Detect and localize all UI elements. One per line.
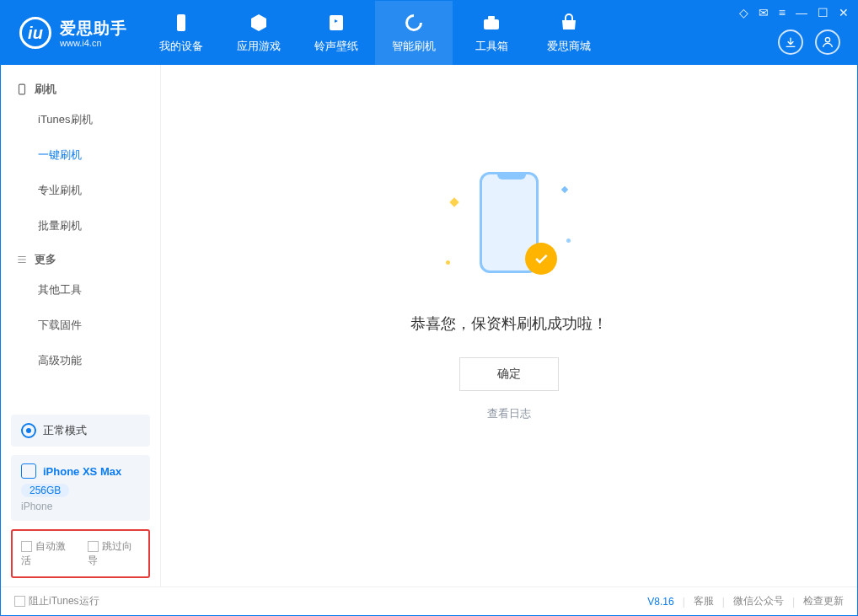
checkmark-icon — [525, 243, 557, 275]
sidebar-section-more: 更多 — [1, 244, 160, 272]
sidebar-item-other-tools[interactable]: 其他工具 — [1, 272, 160, 308]
svg-rect-1 — [330, 15, 343, 30]
main-content: 恭喜您，保资料刷机成功啦！ 确定 查看日志 — [161, 65, 857, 587]
nav-ringtones[interactable]: 铃声壁纸 — [298, 1, 375, 65]
wechat-link[interactable]: 微信公众号 — [733, 594, 784, 608]
menu-icon[interactable]: ≡ — [779, 6, 786, 19]
music-icon — [326, 12, 346, 34]
mode-label: 正常模式 — [43, 423, 87, 438]
phone-icon — [16, 83, 28, 95]
view-log-link[interactable]: 查看日志 — [410, 406, 608, 421]
nav-label: 工具箱 — [475, 39, 508, 54]
minimize-button[interactable]: — — [796, 6, 807, 19]
svg-rect-0 — [177, 14, 185, 31]
svg-rect-2 — [484, 19, 499, 29]
sidebar-item-advanced[interactable]: 高级功能 — [1, 343, 160, 378]
download-manager-button[interactable] — [778, 29, 803, 55]
nav-label: 智能刷机 — [392, 39, 436, 54]
mode-card[interactable]: 正常模式 — [11, 415, 150, 447]
maximize-button[interactable]: ☐ — [818, 6, 829, 19]
cube-icon — [249, 12, 269, 34]
checkbox-label: 阻止iTunes运行 — [29, 595, 99, 607]
version-label: V8.16 — [647, 596, 673, 608]
close-button[interactable]: ✕ — [839, 6, 849, 19]
nav-smart-flash[interactable]: 智能刷机 — [375, 1, 453, 65]
sidebar-item-itunes-flash[interactable]: iTunes刷机 — [1, 102, 160, 137]
skin-icon[interactable]: ◇ — [739, 6, 748, 19]
section-title: 刷机 — [35, 82, 56, 97]
device-icon — [21, 463, 36, 479]
svg-point-4 — [825, 38, 829, 42]
status-bar: 阻止iTunes运行 V8.16 | 客服 | 微信公众号 | 检查更新 — [1, 587, 857, 615]
app-url: www.i4.cn — [60, 38, 127, 48]
mode-icon — [21, 423, 36, 438]
window-controls: ◇ ✉ ≡ — ☐ ✕ — [739, 6, 849, 19]
svg-rect-5 — [19, 84, 25, 94]
app-header: iu 爱思助手 www.i4.cn 我的设备 应用游戏 铃声壁纸 智能刷机 — [1, 1, 857, 65]
storage-badge: 256GB — [21, 484, 69, 497]
auto-activate-checkbox[interactable]: 自动激活 — [21, 539, 74, 568]
nav-toolbox[interactable]: 工具箱 — [453, 1, 530, 65]
nav-label: 铃声壁纸 — [314, 39, 358, 54]
nav-label: 我的设备 — [159, 39, 203, 54]
support-link[interactable]: 客服 — [694, 594, 714, 608]
sidebar-item-pro-flash[interactable]: 专业刷机 — [1, 173, 160, 208]
app-logo: iu 爱思助手 www.i4.cn — [1, 17, 142, 49]
success-message: 恭喜您，保资料刷机成功啦！ — [410, 313, 608, 334]
ok-button[interactable]: 确定 — [459, 357, 559, 391]
device-name: iPhone XS Max — [43, 465, 121, 478]
device-card[interactable]: iPhone XS Max 256GB iPhone — [11, 455, 150, 521]
device-type: iPhone — [21, 501, 140, 512]
sidebar-item-oneclick-flash[interactable]: 一键刷机 — [1, 137, 160, 173]
sidebar-item-download-firmware[interactable]: 下载固件 — [1, 308, 160, 343]
flash-result: 恭喜您，保资料刷机成功啦！ 确定 查看日志 — [410, 163, 608, 421]
store-icon — [559, 12, 579, 34]
feedback-icon[interactable]: ✉ — [759, 6, 769, 19]
nav-apps-games[interactable]: 应用游戏 — [220, 1, 298, 65]
block-itunes-checkbox[interactable]: 阻止iTunes运行 — [14, 594, 99, 608]
nav-store[interactable]: 爱思商城 — [530, 1, 608, 65]
nav-label: 应用游戏 — [237, 39, 281, 54]
flash-options-highlighted: 自动激活 跳过向导 — [11, 529, 150, 578]
main-nav: 我的设备 应用游戏 铃声壁纸 智能刷机 工具箱 爱思商城 — [142, 1, 608, 65]
toolbox-icon — [481, 12, 501, 34]
list-icon — [16, 254, 28, 265]
svg-rect-3 — [488, 16, 495, 19]
sidebar-item-batch-flash[interactable]: 批量刷机 — [1, 208, 160, 244]
nav-label: 爱思商城 — [547, 39, 591, 54]
nav-my-device[interactable]: 我的设备 — [142, 1, 220, 65]
check-update-link[interactable]: 检查更新 — [803, 594, 844, 608]
device-icon — [171, 12, 191, 34]
success-illustration — [446, 163, 572, 290]
section-title: 更多 — [35, 252, 56, 267]
sidebar-section-flash: 刷机 — [1, 73, 160, 102]
skip-guide-checkbox[interactable]: 跳过向导 — [88, 539, 141, 568]
user-account-button[interactable] — [815, 29, 840, 55]
logo-icon: iu — [19, 17, 51, 49]
app-name: 爱思助手 — [60, 18, 127, 40]
sidebar: 刷机 iTunes刷机 一键刷机 专业刷机 批量刷机 更多 其他工具 下载固件 … — [1, 65, 161, 587]
refresh-icon — [404, 12, 424, 34]
